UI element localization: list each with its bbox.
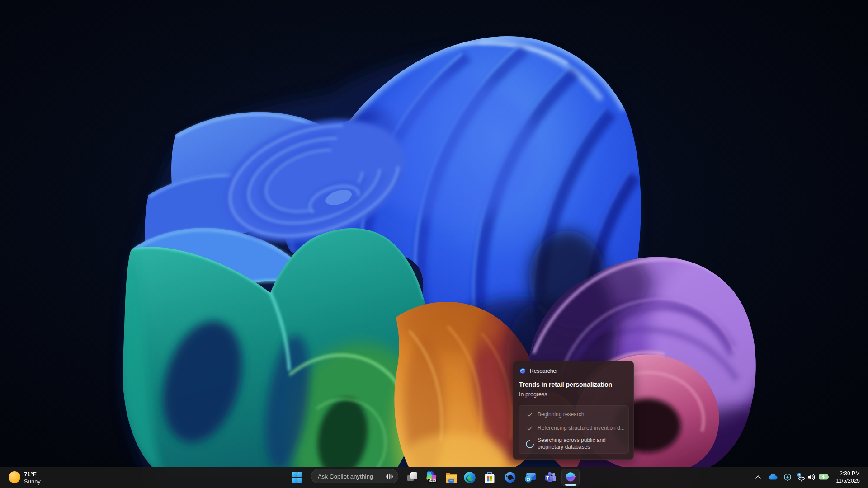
svg-text:O: O xyxy=(526,477,530,482)
svg-text:M365: M365 xyxy=(429,479,436,482)
